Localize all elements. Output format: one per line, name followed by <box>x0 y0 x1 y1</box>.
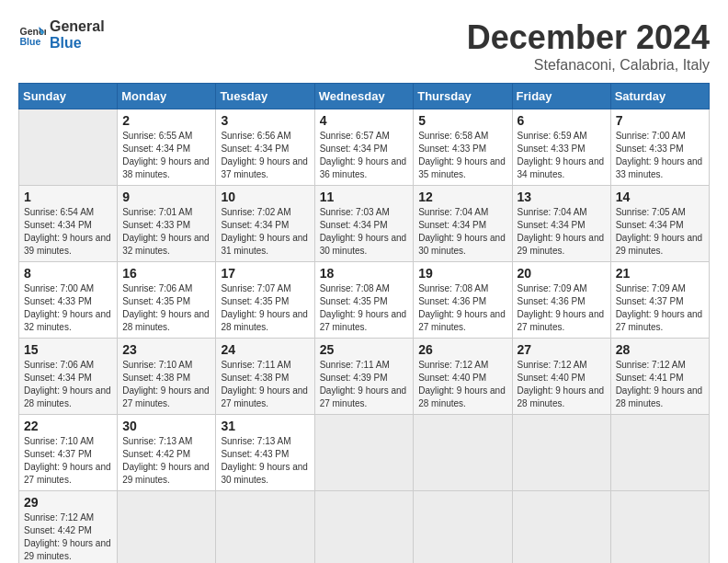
calendar-cell-3: 3 Sunrise: 6:56 AM Sunset: 4:34 PM Dayli… <box>216 109 314 186</box>
day-info: Sunrise: 7:06 AM Sunset: 4:34 PM Dayligh… <box>24 359 112 410</box>
col-friday: Friday <box>512 84 610 109</box>
calendar-cell-23: 23 Sunrise: 7:10 AM Sunset: 4:38 PM Dayl… <box>118 339 216 415</box>
calendar-week-0: 2 Sunrise: 6:55 AM Sunset: 4:34 PM Dayli… <box>19 109 710 186</box>
calendar-cell-15: 15 Sunrise: 7:06 AM Sunset: 4:34 PM Dayl… <box>19 339 118 415</box>
calendar-cell-empty-0-0 <box>19 109 118 186</box>
day-info: Sunrise: 6:57 AM Sunset: 4:34 PM Dayligh… <box>320 130 409 181</box>
title-section: December 2024 Stefanaconi, Calabria, Ita… <box>467 18 710 74</box>
day-number: 10 <box>221 190 309 204</box>
day-info: Sunrise: 7:09 AM Sunset: 4:36 PM Dayligh… <box>518 282 606 334</box>
day-info: Sunrise: 7:09 AM Sunset: 4:37 PM Dayligh… <box>616 282 704 334</box>
calendar-cell-empty-5-2 <box>216 491 314 564</box>
day-info: Sunrise: 6:55 AM Sunset: 4:34 PM Dayligh… <box>122 130 210 181</box>
day-info: Sunrise: 7:12 AM Sunset: 4:40 PM Dayligh… <box>418 359 506 410</box>
day-info: Sunrise: 6:58 AM Sunset: 4:33 PM Dayligh… <box>418 130 506 181</box>
calendar-cell-24: 24 Sunrise: 7:11 AM Sunset: 4:38 PM Dayl… <box>216 339 314 415</box>
day-info: Sunrise: 7:00 AM Sunset: 4:33 PM Dayligh… <box>24 282 112 334</box>
page-container: General Blue General Blue December 2024 … <box>18 18 710 563</box>
day-number: 18 <box>320 266 409 281</box>
day-number: 12 <box>418 190 506 204</box>
day-number: 27 <box>518 342 606 357</box>
calendar-cell-empty-5-1 <box>118 491 216 564</box>
day-number: 8 <box>24 266 112 281</box>
day-info: Sunrise: 7:03 AM Sunset: 4:34 PM Dayligh… <box>320 206 409 258</box>
day-number: 30 <box>122 419 210 433</box>
day-number: 7 <box>616 113 704 128</box>
calendar-cell-13: 13 Sunrise: 7:04 AM Sunset: 4:34 PM Dayl… <box>512 186 610 262</box>
col-tuesday: Tuesday <box>216 84 314 109</box>
day-number: 24 <box>221 342 309 357</box>
calendar-cell-empty-5-6 <box>610 491 709 564</box>
calendar-cell-4: 4 Sunrise: 6:57 AM Sunset: 4:34 PM Dayli… <box>314 109 414 186</box>
header: General Blue General Blue December 2024 … <box>18 18 710 74</box>
logo-text-line1: General <box>50 18 105 35</box>
day-number: 17 <box>221 266 309 281</box>
day-info: Sunrise: 6:54 AM Sunset: 4:34 PM Dayligh… <box>24 206 112 258</box>
day-info: Sunrise: 7:12 AM Sunset: 4:40 PM Dayligh… <box>518 359 606 410</box>
day-number: 5 <box>418 113 506 128</box>
day-number: 21 <box>616 266 704 281</box>
day-number: 16 <box>122 266 210 281</box>
day-info: Sunrise: 7:04 AM Sunset: 4:34 PM Dayligh… <box>418 206 506 258</box>
calendar-cell-30: 30 Sunrise: 7:13 AM Sunset: 4:42 PM Dayl… <box>118 415 216 491</box>
svg-text:Blue: Blue <box>20 35 41 46</box>
calendar-cell-5: 5 Sunrise: 6:58 AM Sunset: 4:33 PM Dayli… <box>414 109 512 186</box>
day-number: 29 <box>24 495 112 510</box>
day-info: Sunrise: 7:08 AM Sunset: 4:35 PM Dayligh… <box>320 282 409 334</box>
day-info: Sunrise: 7:13 AM Sunset: 4:43 PM Dayligh… <box>221 435 309 487</box>
day-number: 9 <box>122 190 210 204</box>
calendar-cell-11: 11 Sunrise: 7:03 AM Sunset: 4:34 PM Dayl… <box>314 186 414 262</box>
day-number: 31 <box>221 419 309 433</box>
logo: General Blue General Blue <box>18 18 105 51</box>
day-info: Sunrise: 7:11 AM Sunset: 4:39 PM Dayligh… <box>320 359 409 410</box>
day-number: 11 <box>320 190 409 204</box>
month-title: December 2024 <box>467 18 710 57</box>
calendar-cell-12: 12 Sunrise: 7:04 AM Sunset: 4:34 PM Dayl… <box>414 186 512 262</box>
calendar-cell-18: 18 Sunrise: 7:08 AM Sunset: 4:35 PM Dayl… <box>314 262 414 339</box>
calendar-cell-empty-5-5 <box>512 491 610 564</box>
day-info: Sunrise: 7:04 AM Sunset: 4:34 PM Dayligh… <box>518 206 606 258</box>
calendar-cell-empty-4-3 <box>314 415 414 491</box>
calendar-cell-16: 16 Sunrise: 7:06 AM Sunset: 4:35 PM Dayl… <box>118 262 216 339</box>
calendar-cell-26: 26 Sunrise: 7:12 AM Sunset: 4:40 PM Dayl… <box>414 339 512 415</box>
day-info: Sunrise: 7:06 AM Sunset: 4:35 PM Dayligh… <box>122 282 210 334</box>
calendar-cell-8: 8 Sunrise: 7:00 AM Sunset: 4:33 PM Dayli… <box>19 262 118 339</box>
day-number: 26 <box>418 342 506 357</box>
calendar-cell-25: 25 Sunrise: 7:11 AM Sunset: 4:39 PM Dayl… <box>314 339 414 415</box>
day-info: Sunrise: 7:05 AM Sunset: 4:34 PM Dayligh… <box>616 206 704 258</box>
day-info: Sunrise: 7:01 AM Sunset: 4:33 PM Dayligh… <box>122 206 210 258</box>
day-info: Sunrise: 7:11 AM Sunset: 4:38 PM Dayligh… <box>221 359 309 410</box>
calendar-cell-21: 21 Sunrise: 7:09 AM Sunset: 4:37 PM Dayl… <box>610 262 709 339</box>
calendar-cell-empty-5-4 <box>414 491 512 564</box>
day-info: Sunrise: 7:10 AM Sunset: 4:38 PM Dayligh… <box>122 359 210 410</box>
day-number: 2 <box>122 113 210 128</box>
day-number: 22 <box>24 419 112 433</box>
day-info: Sunrise: 7:08 AM Sunset: 4:36 PM Dayligh… <box>418 282 506 334</box>
col-monday: Monday <box>118 84 216 109</box>
calendar-cell-empty-4-5 <box>512 415 610 491</box>
day-number: 20 <box>518 266 606 281</box>
calendar-cell-27: 27 Sunrise: 7:12 AM Sunset: 4:40 PM Dayl… <box>512 339 610 415</box>
calendar-cell-2: 2 Sunrise: 6:55 AM Sunset: 4:34 PM Dayli… <box>118 109 216 186</box>
calendar-cell-14: 14 Sunrise: 7:05 AM Sunset: 4:34 PM Dayl… <box>610 186 709 262</box>
day-info: Sunrise: 6:56 AM Sunset: 4:34 PM Dayligh… <box>221 130 309 181</box>
calendar-cell-22: 22 Sunrise: 7:10 AM Sunset: 4:37 PM Dayl… <box>19 415 118 491</box>
day-info: Sunrise: 7:00 AM Sunset: 4:33 PM Dayligh… <box>616 130 704 181</box>
calendar-cell-9: 9 Sunrise: 7:01 AM Sunset: 4:33 PM Dayli… <box>118 186 216 262</box>
day-info: Sunrise: 7:10 AM Sunset: 4:37 PM Dayligh… <box>24 435 112 487</box>
calendar-cell-17: 17 Sunrise: 7:07 AM Sunset: 4:35 PM Dayl… <box>216 262 314 339</box>
day-number: 4 <box>320 113 409 128</box>
day-number: 14 <box>616 190 704 204</box>
day-number: 19 <box>418 266 506 281</box>
col-thursday: Thursday <box>414 84 512 109</box>
day-number: 6 <box>518 113 606 128</box>
day-number: 1 <box>24 190 112 204</box>
calendar-cell-empty-5-3 <box>314 491 414 564</box>
day-number: 3 <box>221 113 309 128</box>
day-number: 13 <box>518 190 606 204</box>
calendar-cell-19: 19 Sunrise: 7:08 AM Sunset: 4:36 PM Dayl… <box>414 262 512 339</box>
day-info: Sunrise: 6:59 AM Sunset: 4:33 PM Dayligh… <box>518 130 606 181</box>
calendar-week-3: 15 Sunrise: 7:06 AM Sunset: 4:34 PM Dayl… <box>19 339 710 415</box>
calendar-week-1: 1 Sunrise: 6:54 AM Sunset: 4:34 PM Dayli… <box>19 186 710 262</box>
calendar-cell-6: 6 Sunrise: 6:59 AM Sunset: 4:33 PM Dayli… <box>512 109 610 186</box>
